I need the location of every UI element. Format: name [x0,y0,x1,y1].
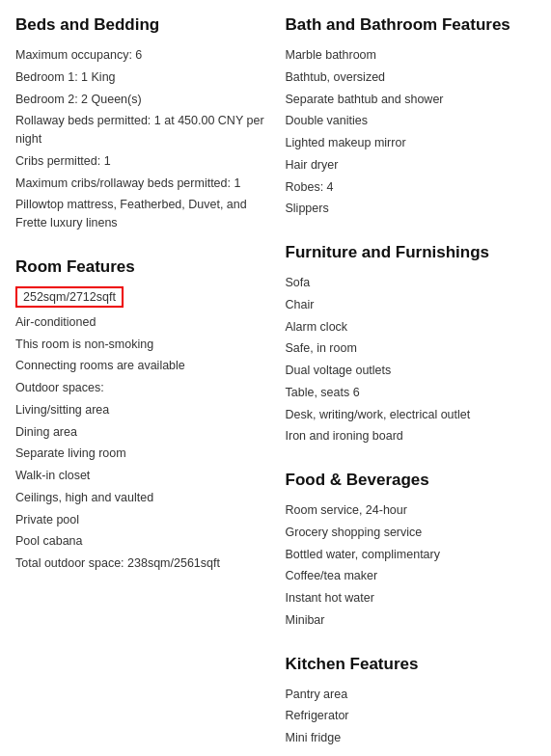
bath-list: Marble bathroomBathtub, oversizedSeparat… [286,44,537,220]
list-item: Cribs permitted: 1 [15,150,266,173]
room-features-title: Room Features [15,257,266,277]
food-title: Food & Beverages [286,471,537,490]
food-section: Food & Beverages Room service, 24-hourGr… [286,471,537,632]
kitchen-title: Kitchen Features [286,655,537,674]
furniture-list: SofaChairAlarm clockSafe, in roomDual vo… [286,272,537,447]
beds-bedding-title: Beds and Bedding [15,15,266,35]
list-item: Separate bathtub and shower [286,89,537,111]
list-item: Private pool [15,509,266,531]
list-item: Lighted makeup mirror [286,132,537,154]
bath-section: Bath and Bathroom Features Marble bathro… [286,15,537,220]
list-item: Maximum occupancy: 6 [15,44,266,67]
list-item: Chair [286,294,537,316]
kitchen-list: Pantry areaRefrigeratorMini fridge [286,684,537,749]
list-item: Refrigerator [286,705,537,727]
list-item: Hair dryer [286,154,537,176]
list-item: Bottled water, complimentary [286,544,537,566]
list-item: Maximum cribs/rollaway beds permitted: 1 [15,173,266,195]
list-item: Walk-in closet [15,465,266,487]
list-item: Robes: 4 [286,176,537,199]
list-item: Desk, writing/work, electrical outlet [286,404,537,426]
bath-title: Bath and Bathroom Features [286,15,537,35]
list-item: Instant hot water [286,587,537,609]
list-item: Outdoor spaces: [15,377,266,399]
list-item: Ceilings, high and vaulted [15,487,266,509]
list-item: Pantry area [286,684,537,706]
list-item: Bathtub, oversized [286,67,537,89]
list-item: Rollaway beds permitted: 1 at 450.00 CNY… [15,110,266,150]
list-item: Sofa [286,272,537,294]
list-item: Safe, in room [286,338,537,360]
list-item: Dining area [15,421,266,444]
room-features-section: Room Features 252sqm/2712sqft Air-condit… [15,257,266,575]
food-list: Room service, 24-hourGrocery shopping se… [286,500,537,632]
room-features-list: Air-conditionedThis room is non-smokingC… [15,311,266,575]
list-item: This room is non-smoking [15,334,266,356]
furniture-section: Furniture and Furnishings SofaChairAlarm… [286,243,537,447]
list-item: Alarm clock [286,316,537,338]
list-item: Pillowtop mattress, Featherbed, Duvet, a… [15,194,266,234]
list-item: Living/sitting area [15,399,266,421]
list-item: Pool cabana [15,530,266,553]
furniture-title: Furniture and Furnishings [286,243,537,262]
list-item: Separate living room [15,443,266,465]
list-item: Bedroom 2: 2 Queen(s) [15,89,266,111]
list-item: Mini fridge [286,727,537,749]
list-item: Double vanities [286,110,537,132]
kitchen-section: Kitchen Features Pantry areaRefrigerator… [286,655,537,749]
list-item: Iron and ironing board [286,425,537,447]
list-item: Coffee/tea maker [286,565,537,587]
room-size-highlight: 252sqm/2712sqft [15,286,124,308]
list-item: Grocery shopping service [286,522,537,544]
list-item: Dual voltage outlets [286,360,537,382]
list-item: Total outdoor space: 238sqm/2561sqft [15,553,266,575]
beds-bedding-list: Maximum occupancy: 6Bedroom 1: 1 KingBed… [15,44,266,234]
list-item: Connecting rooms are available [15,355,266,377]
list-item: Marble bathroom [286,44,537,67]
list-item: Slippers [286,198,537,220]
list-item: Minibar [286,609,537,632]
list-item: Air-conditioned [15,311,266,334]
list-item: Room service, 24-hour [286,500,537,522]
list-item: Bedroom 1: 1 King [15,67,266,89]
list-item: Table, seats 6 [286,382,537,404]
beds-bedding-section: Beds and Bedding Maximum occupancy: 6Bed… [15,15,266,234]
